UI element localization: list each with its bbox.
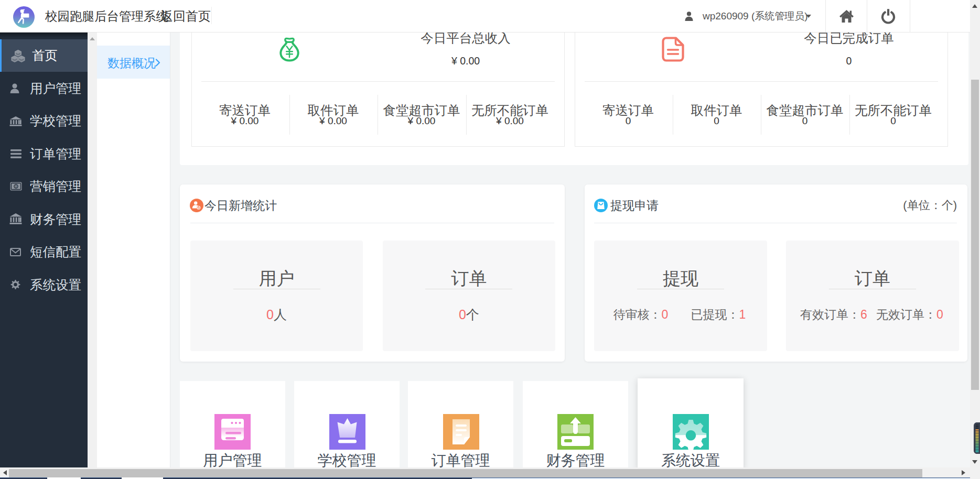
svg-text:0: 0	[15, 184, 17, 188]
